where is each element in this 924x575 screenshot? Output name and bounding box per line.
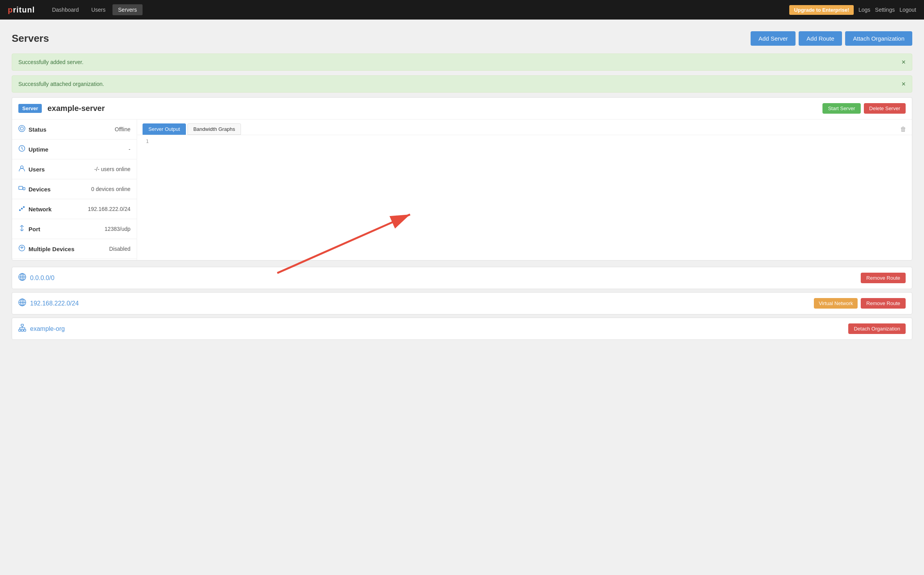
line-number-1: 1 bbox=[143, 138, 149, 144]
start-server-button[interactable]: Start Server bbox=[822, 103, 860, 114]
stat-network-label: Network bbox=[29, 206, 52, 212]
nav-settings[interactable]: Settings bbox=[875, 7, 895, 13]
route-row-1: 0.0.0.0/0 Remove Route bbox=[12, 267, 912, 289]
port-icon bbox=[18, 225, 25, 233]
remove-route-2-button[interactable]: Remove Route bbox=[861, 298, 906, 309]
server-stats: Status Offline Uptime - bbox=[12, 120, 137, 260]
server-body: Status Offline Uptime - bbox=[12, 120, 912, 260]
org-icon-1 bbox=[18, 324, 26, 334]
alert-1: Successfully added server. × bbox=[12, 54, 912, 71]
tab-server-output[interactable]: Server Output bbox=[143, 123, 186, 135]
nav-links: Dashboard Users Servers bbox=[46, 4, 789, 15]
alert-1-message: Successfully added server. bbox=[18, 59, 84, 65]
stat-network: Network 192.168.222.0/24 bbox=[12, 199, 137, 219]
server-card: Server example-server Start Server Delet… bbox=[12, 97, 912, 261]
network-icon bbox=[18, 205, 25, 213]
route-1-label: 0.0.0.0/0 bbox=[18, 273, 54, 283]
alert-2: Successfully attached organization. × bbox=[12, 75, 912, 93]
svg-rect-9 bbox=[21, 208, 23, 209]
nav-logout[interactable]: Logout bbox=[899, 7, 916, 13]
nav-servers[interactable]: Servers bbox=[112, 4, 142, 15]
stat-status-label: Status bbox=[29, 126, 46, 133]
line-numbers: 1 bbox=[140, 138, 152, 257]
devices-icon bbox=[18, 185, 25, 193]
multidevice-icon bbox=[18, 245, 25, 253]
stat-uptime-value: - bbox=[128, 146, 130, 152]
svg-rect-6 bbox=[19, 186, 23, 189]
stat-multidevice: Multiple Devices Disabled bbox=[12, 239, 137, 259]
svg-rect-10 bbox=[23, 206, 25, 208]
alert-2-message: Successfully attached organization. bbox=[18, 81, 104, 87]
detach-org-button[interactable]: Detach Organization bbox=[848, 323, 906, 334]
stat-uptime-label: Uptime bbox=[29, 146, 48, 153]
stat-devices-label: Devices bbox=[29, 186, 51, 193]
svg-rect-23 bbox=[21, 329, 23, 331]
output-text bbox=[152, 138, 909, 257]
server-badge: Server bbox=[18, 104, 42, 113]
page-title: Servers bbox=[12, 32, 49, 45]
svg-point-12 bbox=[21, 248, 23, 249]
org-1-name: example-org bbox=[30, 325, 65, 332]
main-content: Servers Add Server Add Route Attach Orga… bbox=[0, 20, 924, 355]
output-tab-list: Server Output Bandwidth Graphs bbox=[143, 123, 241, 135]
server-name: example-server bbox=[47, 104, 822, 113]
nav-right: Upgrade to Enterprise! Logs Settings Log… bbox=[789, 5, 916, 15]
trash-icon[interactable]: 🗑 bbox=[900, 126, 906, 133]
users-icon bbox=[18, 165, 25, 173]
upgrade-button[interactable]: Upgrade to Enterprise! bbox=[789, 5, 854, 15]
alert-1-close[interactable]: × bbox=[901, 59, 906, 66]
org-row-1: example-org Detach Organization bbox=[12, 318, 912, 340]
output-content: 1 bbox=[137, 135, 912, 260]
org-1-actions: Detach Organization bbox=[848, 323, 906, 334]
nav-logs[interactable]: Logs bbox=[858, 7, 870, 13]
delete-server-button[interactable]: Delete Server bbox=[864, 103, 906, 114]
globe-icon-1 bbox=[18, 273, 26, 283]
svg-point-3 bbox=[20, 127, 23, 130]
navbar: pritunl Dashboard Users Servers Upgrade … bbox=[0, 0, 924, 20]
remove-route-1-button[interactable]: Remove Route bbox=[861, 273, 906, 283]
globe-icon-2 bbox=[18, 298, 26, 308]
server-card-header: Server example-server Start Server Delet… bbox=[12, 98, 912, 120]
tab-bandwidth-graphs[interactable]: Bandwidth Graphs bbox=[187, 123, 241, 135]
alert-2-close[interactable]: × bbox=[901, 80, 906, 88]
status-icon bbox=[18, 125, 25, 134]
add-server-button[interactable]: Add Server bbox=[751, 31, 796, 46]
stat-users: Users -/- users online bbox=[12, 159, 137, 179]
stat-users-value: -/- users online bbox=[94, 166, 130, 172]
route-2-label: 192.168.222.0/24 bbox=[18, 298, 79, 308]
route-2-ip: 192.168.222.0/24 bbox=[30, 300, 79, 307]
server-output-panel: Server Output Bandwidth Graphs 🗑 1 bbox=[137, 120, 912, 260]
server-card-wrapper: Server example-server Start Server Delet… bbox=[12, 97, 912, 261]
org-1-label: example-org bbox=[18, 324, 65, 334]
stat-status: Status Offline bbox=[12, 120, 137, 139]
stat-multidevice-label: Multiple Devices bbox=[29, 246, 75, 252]
stat-port-label: Port bbox=[29, 226, 40, 232]
page-header: Servers Add Server Add Route Attach Orga… bbox=[12, 31, 912, 46]
route-1-actions: Remove Route bbox=[861, 273, 906, 283]
route-2-actions: Virtual Network Remove Route bbox=[814, 298, 906, 309]
stat-multidevice-value: Disabled bbox=[109, 246, 130, 252]
stat-uptime: Uptime - bbox=[12, 139, 137, 159]
svg-rect-8 bbox=[19, 209, 21, 211]
add-route-button[interactable]: Add Route bbox=[799, 31, 842, 46]
stat-port-value: 12383/udp bbox=[105, 226, 130, 232]
virtual-network-button[interactable]: Virtual Network bbox=[814, 298, 858, 309]
brand-logo: pritunl bbox=[8, 5, 35, 14]
nav-dashboard[interactable]: Dashboard bbox=[46, 4, 84, 15]
stat-users-label: Users bbox=[29, 166, 45, 173]
route-1-ip: 0.0.0.0/0 bbox=[30, 275, 54, 282]
header-actions: Add Server Add Route Attach Organization bbox=[751, 31, 912, 46]
stat-devices: Devices 0 devices online bbox=[12, 179, 137, 199]
stat-status-value: Offline bbox=[115, 126, 130, 132]
output-tabs: Server Output Bandwidth Graphs 🗑 bbox=[137, 120, 912, 135]
stat-network-value: 192.168.222.0/24 bbox=[88, 206, 130, 212]
svg-rect-7 bbox=[23, 188, 25, 190]
uptime-icon bbox=[18, 145, 25, 154]
attach-org-button[interactable]: Attach Organization bbox=[845, 31, 912, 46]
stat-port: Port 12383/udp bbox=[12, 219, 137, 239]
svg-point-2 bbox=[19, 125, 25, 132]
stat-devices-value: 0 devices online bbox=[91, 186, 130, 192]
route-row-2: 192.168.222.0/24 Virtual Network Remove … bbox=[12, 292, 912, 314]
server-card-actions: Start Server Delete Server bbox=[822, 103, 906, 114]
nav-users[interactable]: Users bbox=[86, 4, 111, 15]
